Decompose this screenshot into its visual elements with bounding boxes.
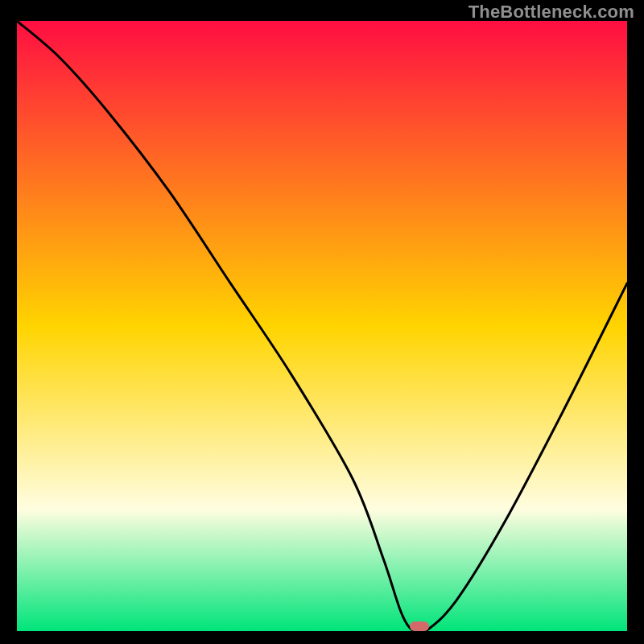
- watermark-text: TheBottleneck.com: [469, 2, 634, 23]
- bottleneck-chart: [17, 21, 627, 631]
- optimal-marker: [410, 621, 429, 631]
- chart-frame: TheBottleneck.com: [0, 0, 644, 644]
